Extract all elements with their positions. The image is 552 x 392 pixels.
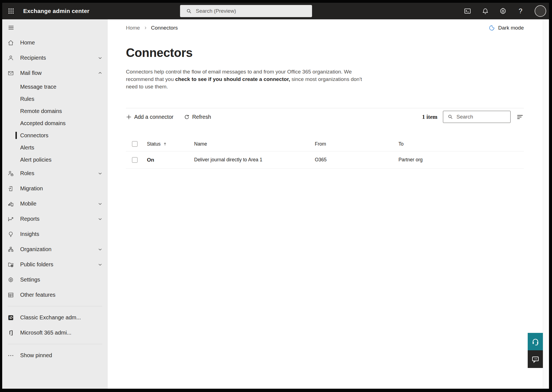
chevron-down-icon [98, 262, 102, 267]
sidebar-item-reports[interactable]: Reports [2, 211, 108, 227]
dark-mode-label: Dark mode [498, 25, 524, 31]
from-cell: O365 [315, 157, 398, 163]
help-button[interactable]: ? [517, 7, 524, 15]
moon-icon [489, 25, 495, 31]
settings-button[interactable] [499, 7, 506, 15]
toolbar-divider [126, 108, 524, 108]
sort-ascending-icon [163, 142, 167, 146]
line-chart-icon [8, 216, 14, 222]
sidebar-item-connectors[interactable]: Connectors [2, 129, 108, 141]
lightbulb-icon [8, 231, 14, 237]
breadcrumb-home-link[interactable]: Home [126, 25, 140, 31]
envelope-icon [8, 70, 14, 76]
sidebar-item-mail-flow[interactable]: Mail flow [2, 65, 108, 81]
sidebar-item-settings[interactable]: Settings [2, 272, 108, 287]
column-header-from[interactable]: From [315, 141, 398, 147]
chevron-down-icon [98, 217, 102, 221]
waffle-icon [8, 8, 14, 14]
top-app-bar: Exchange admin center [2, 3, 549, 19]
table-icon [8, 292, 14, 298]
sidebar-item-alerts[interactable]: Alerts [2, 141, 108, 154]
sidebar-item-organization[interactable]: Organization [2, 242, 108, 257]
column-header-status[interactable]: Status [147, 141, 194, 147]
chevron-down-icon [98, 171, 102, 176]
name-cell: Deliver journal directly to Area 1 [194, 157, 315, 163]
sidebar-item-home[interactable]: Home [2, 35, 108, 50]
list-search-input[interactable] [456, 114, 508, 120]
account-avatar[interactable] [535, 5, 546, 17]
sidebar-item-show-pinned[interactable]: Show pinned [2, 348, 108, 363]
search-icon [186, 8, 192, 14]
sidebar-item-recipients[interactable]: Recipients [2, 50, 108, 65]
gear-icon [8, 277, 14, 283]
app-title: Exchange admin center [23, 8, 89, 14]
sidebar-item-alert-policies[interactable]: Alert policies [2, 154, 108, 166]
app-launcher-button[interactable] [8, 8, 14, 14]
chevron-up-icon [98, 71, 102, 75]
status-cell: On [147, 157, 194, 163]
powershell-button[interactable] [464, 7, 471, 15]
sidebar-item-accepted-domains[interactable]: Accepted domains [2, 117, 108, 129]
breadcrumb: Home Connectors [126, 25, 178, 31]
sidebar-item-mobile[interactable]: Mobile [2, 196, 108, 211]
sidebar-item-other-features[interactable]: Other features [2, 287, 108, 302]
refresh-button[interactable]: Refresh [184, 114, 211, 120]
sidebar-item-rules[interactable]: Rules [2, 93, 108, 105]
global-search-input[interactable] [196, 8, 309, 14]
sidebar-item-remote-domains[interactable]: Remote domains [2, 105, 108, 117]
exchange-admin-center-window: Exchange admin center [2, 3, 549, 389]
dark-mode-toggle[interactable]: Dark mode [489, 25, 524, 31]
select-all-checkbox[interactable] [132, 141, 138, 147]
page-arrow-icon [8, 186, 14, 192]
chevron-down-icon [98, 56, 102, 60]
plus-icon [126, 114, 132, 120]
question-mark-icon: ? [519, 7, 522, 15]
classic-exchange-logo-icon: E [8, 315, 14, 321]
connectors-table: Status Name From To On Deliver journal d… [108, 137, 543, 169]
to-cell: Partner org [398, 157, 543, 163]
list-toolbar: Add a connector Refresh 1 item [126, 111, 524, 123]
gear-icon [500, 8, 506, 15]
sidebar-divider [8, 344, 102, 344]
row-checkbox[interactable] [132, 157, 138, 163]
home-icon [8, 40, 14, 46]
breadcrumb-current: Connectors [151, 25, 178, 31]
main-content: Home Connectors Dark mode Connectors Con… [108, 19, 549, 389]
hamburger-icon [8, 24, 14, 31]
connector-check-link[interactable]: check to see if you should create a conn… [175, 76, 290, 82]
sidebar-item-migration[interactable]: Migration [2, 181, 108, 196]
headset-icon [531, 338, 540, 346]
person-icon [8, 55, 14, 61]
table-divider [126, 168, 524, 169]
sidebar-item-public-folders[interactable]: Public folders [2, 257, 108, 272]
sidebar-item-insights[interactable]: Insights [2, 227, 108, 242]
feedback-button[interactable] [528, 350, 543, 368]
sidebar-item-message-trace[interactable]: Message trace [2, 81, 108, 93]
terminal-icon [464, 7, 471, 15]
support-button[interactable] [528, 333, 543, 350]
sidebar-divider [8, 306, 102, 306]
sidebar-item-roles[interactable]: Roles [2, 166, 108, 181]
sidebar-item-microsoft-365[interactable]: Microsoft 365 admi... [2, 325, 108, 340]
column-header-to[interactable]: To [398, 141, 543, 147]
collapse-nav-button[interactable] [8, 24, 14, 31]
global-search-box[interactable] [180, 5, 312, 17]
bell-icon [482, 8, 489, 15]
list-search-box[interactable] [443, 111, 511, 123]
selected-indicator [15, 132, 17, 139]
column-header-name[interactable]: Name [194, 141, 315, 147]
notifications-button[interactable] [482, 7, 489, 15]
mobile-stats-icon [8, 201, 14, 207]
org-chart-icon [8, 246, 14, 252]
microsoft-365-logo-icon [8, 330, 14, 336]
folder-globe-icon [8, 262, 14, 268]
topbar-actions: ? [464, 3, 546, 19]
left-navigation: Home Recipients Mail flow [2, 19, 108, 389]
item-count: 1 item [422, 114, 437, 120]
sidebar-item-classic-exchange[interactable]: E Classic Exchange adm... [2, 310, 108, 325]
filter-button[interactable] [516, 113, 524, 121]
add-connector-button[interactable]: Add a connector [126, 114, 173, 120]
table-row[interactable]: On Deliver journal directly to Area 1 O3… [108, 151, 543, 168]
ellipsis-icon [8, 352, 14, 359]
scrollbar-track[interactable] [543, 19, 549, 389]
